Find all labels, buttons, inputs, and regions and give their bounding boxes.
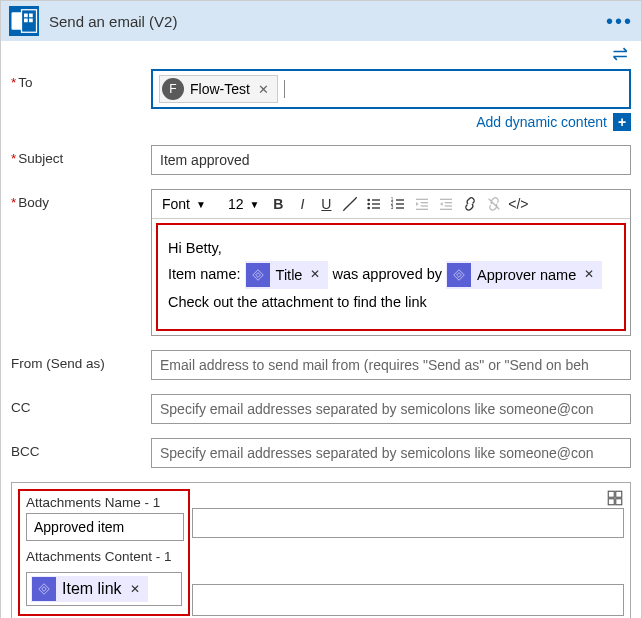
recipient-chip[interactable]: F Flow-Test ✕ bbox=[159, 75, 278, 103]
bold-button[interactable]: B bbox=[267, 193, 289, 215]
attachment-content-input[interactable]: Item link ✕ bbox=[26, 572, 182, 606]
label-attachment-content: Attachments Content - 1 bbox=[26, 549, 182, 564]
attachments-highlight: Attachments Name - 1 Attachments Content… bbox=[18, 489, 190, 616]
text-cursor bbox=[284, 80, 285, 98]
outlook-icon bbox=[9, 6, 39, 36]
dynamic-token-icon bbox=[32, 577, 56, 601]
label-cc: CC bbox=[11, 394, 151, 415]
svg-rect-4 bbox=[24, 19, 28, 23]
svg-rect-15 bbox=[396, 203, 404, 204]
svg-rect-20 bbox=[421, 205, 428, 206]
token-itemlink[interactable]: Item link ✕ bbox=[31, 576, 148, 602]
body-line1: Hi Betty, bbox=[168, 235, 614, 261]
body-line3: Check out the attachment to find the lin… bbox=[168, 289, 614, 315]
attachments-group: Attachments Name - 1 Attachments Content… bbox=[11, 482, 631, 618]
swap-icon[interactable] bbox=[611, 47, 631, 65]
svg-rect-24 bbox=[445, 205, 452, 206]
svg-rect-9 bbox=[372, 203, 380, 204]
token-remove-icon[interactable]: ✕ bbox=[584, 264, 594, 286]
svg-point-10 bbox=[368, 207, 371, 210]
editor-toolbar: Font▼ 12▼ B I U 123 </> bbox=[152, 190, 630, 219]
card-title: Send an email (V2) bbox=[49, 13, 606, 30]
subject-input[interactable] bbox=[151, 145, 631, 175]
color-button[interactable] bbox=[339, 193, 361, 215]
svg-rect-18 bbox=[416, 199, 428, 200]
add-dynamic-content-link[interactable]: Add dynamic content bbox=[476, 114, 607, 130]
bullets-button[interactable] bbox=[363, 193, 385, 215]
svg-point-6 bbox=[368, 199, 371, 202]
unlink-button[interactable] bbox=[483, 193, 505, 215]
avatar: F bbox=[162, 78, 184, 100]
token-approver[interactable]: Approver name ✕ bbox=[446, 261, 602, 289]
svg-rect-22 bbox=[440, 199, 452, 200]
label-body: *Body bbox=[11, 189, 151, 210]
svg-rect-23 bbox=[445, 202, 452, 203]
fontsize-select[interactable]: 12▼ bbox=[214, 194, 265, 214]
svg-text:3: 3 bbox=[391, 205, 394, 210]
card-header: Send an email (V2) ••• bbox=[1, 1, 641, 41]
italic-button[interactable]: I bbox=[291, 193, 313, 215]
token-remove-icon[interactable]: ✕ bbox=[130, 582, 140, 596]
attachment-content-extend[interactable] bbox=[192, 584, 624, 616]
numbering-button[interactable]: 123 bbox=[387, 193, 409, 215]
svg-rect-2 bbox=[24, 14, 28, 18]
svg-rect-17 bbox=[396, 207, 404, 208]
indent-button[interactable] bbox=[435, 193, 457, 215]
underline-button[interactable]: U bbox=[315, 193, 337, 215]
svg-rect-3 bbox=[29, 14, 33, 18]
svg-rect-5 bbox=[29, 19, 33, 23]
from-input[interactable] bbox=[151, 350, 631, 380]
add-dynamic-content-icon[interactable]: + bbox=[613, 113, 631, 131]
bcc-input[interactable] bbox=[151, 438, 631, 468]
label-from: From (Send as) bbox=[11, 350, 151, 371]
body-editor: Font▼ 12▼ B I U 123 </> bbox=[151, 189, 631, 336]
dynamic-token-icon bbox=[246, 263, 270, 287]
font-select[interactable]: Font▼ bbox=[156, 194, 212, 214]
outdent-button[interactable] bbox=[411, 193, 433, 215]
svg-rect-27 bbox=[616, 492, 622, 498]
label-bcc: BCC bbox=[11, 438, 151, 459]
svg-point-8 bbox=[368, 203, 371, 206]
token-title[interactable]: Title ✕ bbox=[245, 261, 329, 289]
attachment-name-extend[interactable] bbox=[192, 508, 624, 538]
label-to: *To bbox=[11, 69, 151, 90]
remove-recipient-icon[interactable]: ✕ bbox=[256, 82, 271, 97]
action-card: Send an email (V2) ••• *To F Flow-Test ✕ bbox=[0, 0, 642, 618]
token-remove-icon[interactable]: ✕ bbox=[310, 264, 320, 286]
to-input[interactable]: F Flow-Test ✕ bbox=[151, 69, 631, 109]
svg-rect-29 bbox=[616, 499, 622, 505]
svg-rect-21 bbox=[416, 209, 428, 210]
label-subject: *Subject bbox=[11, 145, 151, 166]
attachment-name-input[interactable] bbox=[26, 513, 184, 541]
body-line2: Item name: Title ✕ was approved by Appro… bbox=[168, 261, 614, 289]
svg-rect-7 bbox=[372, 199, 380, 200]
svg-rect-13 bbox=[396, 199, 404, 200]
card-menu-button[interactable]: ••• bbox=[606, 10, 633, 33]
svg-rect-28 bbox=[608, 499, 614, 505]
codeview-button[interactable]: </> bbox=[507, 193, 529, 215]
recipient-label: Flow-Test bbox=[190, 81, 250, 97]
svg-rect-11 bbox=[372, 207, 380, 208]
cc-input[interactable] bbox=[151, 394, 631, 424]
svg-rect-25 bbox=[440, 209, 452, 210]
link-button[interactable] bbox=[459, 193, 481, 215]
label-attachment-name: Attachments Name - 1 bbox=[26, 495, 182, 510]
svg-rect-26 bbox=[608, 492, 614, 498]
body-content[interactable]: Hi Betty, Item name: Title ✕ was approve… bbox=[156, 223, 626, 331]
dynamic-token-icon bbox=[447, 263, 471, 287]
svg-rect-19 bbox=[421, 202, 428, 203]
